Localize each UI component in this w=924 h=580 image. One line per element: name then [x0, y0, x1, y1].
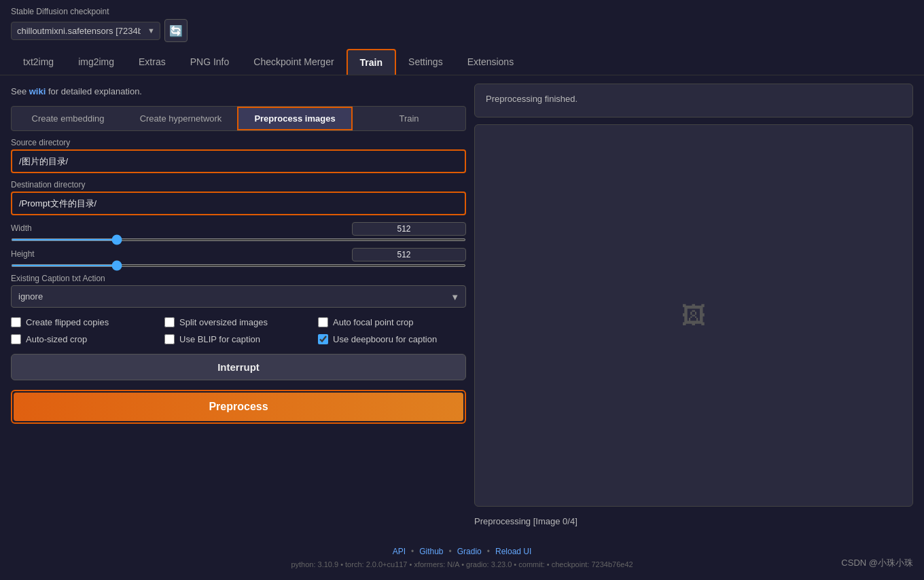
destination-directory-input[interactable] [11, 192, 466, 215]
checkbox-blip-caption-input[interactable] [164, 334, 175, 344]
caption-action-field: Existing Caption txt Action ignore copy … [11, 274, 466, 308]
tab-checkpoint-merger[interactable]: Checkpoint Merger [241, 50, 346, 74]
caption-action-label: Existing Caption txt Action [11, 274, 466, 283]
checkbox-blip-caption-label: Use BLIP for caption [179, 334, 260, 344]
footer-meta: python: 3.10.9 • torch: 2.0.0+cu117 • xf… [0, 560, 924, 568]
height-slider-header: Height [11, 248, 466, 261]
sub-tabs: Create embedding Create hypernetwork Pre… [11, 106, 466, 131]
checkbox-deepbooru-caption-label: Use deepbooru for caption [333, 334, 437, 344]
width-slider-header: Width [11, 222, 466, 236]
checkbox-auto-sized-crop-label: Auto-sized crop [26, 334, 87, 344]
checkbox-flipped-copies-input[interactable] [11, 317, 21, 327]
checkbox-auto-sized-crop-input[interactable] [11, 334, 21, 344]
image-preview-box: 🖼 [474, 124, 913, 507]
height-slider-row: Height [11, 248, 466, 267]
watermark: CSDN @小珠小珠 [841, 557, 913, 569]
preprocess-button[interactable]: Preprocess [14, 393, 463, 421]
image-placeholder-icon: 🖼 [681, 302, 706, 330]
right-panel: Preprocessing finished. 🖼 Preprocessing … [474, 84, 913, 529]
nav-tabs: txt2img img2img Extras PNG Info Checkpoi… [0, 49, 924, 75]
sub-tab-create-embedding[interactable]: Create embedding [12, 107, 124, 130]
height-label: Height [11, 249, 35, 259]
checkbox-deepbooru-caption-input[interactable] [318, 334, 328, 344]
checkboxes-grid: Create flipped copies Split oversized im… [11, 317, 466, 344]
tab-train[interactable]: Train [346, 49, 396, 75]
caption-action-dropdown-wrap: ignore copy prepend append ▼ [11, 285, 466, 308]
wiki-link[interactable]: wiki [29, 86, 46, 96]
checkbox-focal-point-crop[interactable]: Auto focal point crop [318, 317, 466, 327]
tab-extras[interactable]: Extras [126, 50, 178, 74]
top-bar: Stable Diffusion checkpoint chilloutmixn… [0, 0, 924, 49]
tab-png-info[interactable]: PNG Info [178, 50, 242, 74]
interrupt-button[interactable]: Interrupt [11, 354, 466, 380]
checkpoint-wrapper: Stable Diffusion checkpoint chilloutmixn… [11, 7, 188, 42]
footer: API • Github • Gradio • Reload UI python… [0, 537, 924, 573]
footer-github-link[interactable]: Github [419, 547, 443, 556]
tab-txt2img[interactable]: txt2img [11, 50, 66, 74]
caption-action-select[interactable]: ignore copy prepend append [11, 285, 466, 308]
left-panel: See wiki for detailed explanation. Creat… [11, 84, 466, 529]
sub-tab-create-hypernetwork[interactable]: Create hypernetwork [124, 107, 237, 130]
checkpoint-label: Stable Diffusion checkpoint [11, 7, 188, 16]
width-value-input[interactable] [352, 222, 466, 236]
checkbox-deepbooru-caption[interactable]: Use deepbooru for caption [318, 334, 466, 344]
source-directory-field: Source directory [11, 138, 466, 173]
checkbox-split-oversized[interactable]: Split oversized images [164, 317, 313, 327]
source-directory-label: Source directory [11, 138, 466, 147]
height-slider[interactable] [11, 264, 466, 267]
checkpoint-select-wrapper: chilloutmixni.safetensors [7234b76e42] ▼ [11, 22, 160, 40]
height-value-input[interactable] [352, 248, 466, 261]
checkpoint-select-wrap: chilloutmixni.safetensors [7234b76e42] ▼… [11, 19, 188, 42]
sub-tab-train[interactable]: Train [353, 107, 465, 130]
width-slider-row: Width [11, 222, 466, 241]
footer-api-link[interactable]: API [393, 547, 406, 556]
checkbox-flipped-copies[interactable]: Create flipped copies [11, 317, 159, 327]
footer-reload-ui-link[interactable]: Reload UI [495, 547, 531, 556]
footer-gradio-link[interactable]: Gradio [457, 547, 482, 556]
checkbox-focal-point-crop-input[interactable] [318, 317, 328, 327]
width-slider[interactable] [11, 238, 466, 241]
tab-img2img[interactable]: img2img [66, 50, 126, 74]
checkbox-auto-sized-crop[interactable]: Auto-sized crop [11, 334, 159, 344]
checkbox-split-oversized-input[interactable] [164, 317, 175, 327]
footer-links: API • Github • Gradio • Reload UI [0, 547, 924, 556]
destination-directory-field: Destination directory [11, 180, 466, 215]
checkbox-focal-point-crop-label: Auto focal point crop [333, 317, 414, 327]
preprocess-button-wrap: Preprocess [11, 390, 466, 424]
wiki-text: See wiki for detailed explanation. [11, 84, 466, 99]
width-label: Width [11, 223, 32, 233]
tab-extensions[interactable]: Extensions [455, 50, 526, 74]
checkbox-split-oversized-label: Split oversized images [179, 317, 268, 327]
destination-directory-label: Destination directory [11, 180, 466, 189]
checkbox-flipped-copies-label: Create flipped copies [26, 317, 109, 327]
progress-text: Preprocessing [Image 0/4] [474, 513, 913, 529]
status-box: Preprocessing finished. [474, 84, 913, 117]
checkbox-blip-caption[interactable]: Use BLIP for caption [164, 334, 313, 344]
refresh-button[interactable]: 🔄 [164, 19, 188, 42]
sub-tab-preprocess-images[interactable]: Preprocess images [237, 107, 353, 130]
source-directory-input[interactable] [11, 149, 466, 173]
checkpoint-select[interactable]: chilloutmixni.safetensors [7234b76e42] [11, 22, 160, 40]
main-content: See wiki for detailed explanation. Creat… [0, 75, 924, 537]
tab-settings[interactable]: Settings [396, 50, 455, 74]
